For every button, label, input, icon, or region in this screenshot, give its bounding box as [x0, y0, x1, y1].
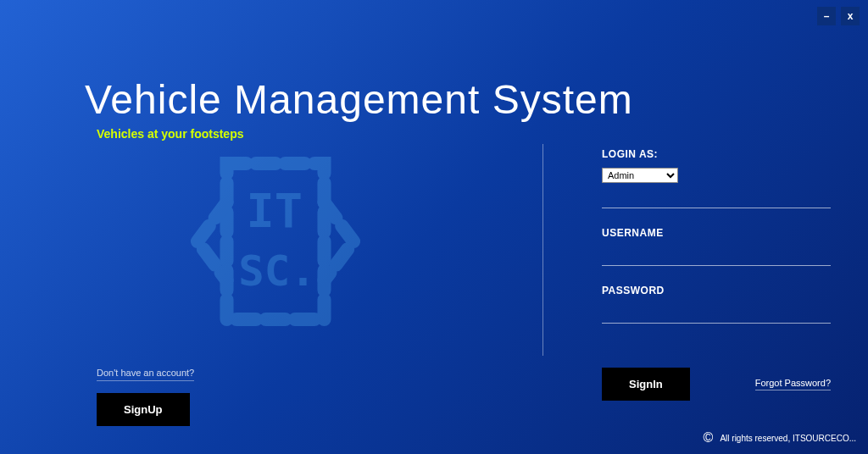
copyright-icon: ©	[704, 430, 714, 446]
footer-text: All rights reserved, ITSOURCECO...	[720, 434, 856, 443]
footer: © All rights reserved, ITSOURCECO...	[704, 430, 856, 446]
signin-button[interactable]: SignIn	[602, 368, 690, 401]
vertical-divider	[542, 144, 543, 356]
window-controls: – x	[817, 7, 860, 25]
brand-logo-icon: IT SC.	[178, 144, 373, 339]
signup-button[interactable]: SignUp	[97, 393, 190, 426]
forgot-password-link[interactable]: Forgot Password?	[755, 378, 831, 390]
close-button[interactable]: x	[841, 7, 860, 25]
username-input[interactable]	[602, 246, 831, 266]
svg-text:SC.: SC.	[238, 246, 315, 296]
login-as-label: LOGIN AS:	[602, 148, 831, 160]
signup-prompt: Don't have an account?	[97, 368, 194, 381]
app-title: Vehicle Management System	[85, 76, 633, 123]
role-select[interactable]: Admin	[602, 168, 678, 183]
password-input[interactable]	[602, 303, 831, 324]
password-label: PASSWORD	[602, 285, 831, 296]
svg-text:IT: IT	[247, 184, 303, 238]
signup-section: Don't have an account? SignUp	[97, 364, 194, 426]
minimize-button[interactable]: –	[817, 7, 836, 25]
login-panel: LOGIN AS: Admin USERNAME PASSWORD SignIn…	[602, 148, 831, 401]
app-subtitle: Vehicles at your footsteps	[97, 127, 244, 141]
username-label: USERNAME	[602, 227, 831, 239]
